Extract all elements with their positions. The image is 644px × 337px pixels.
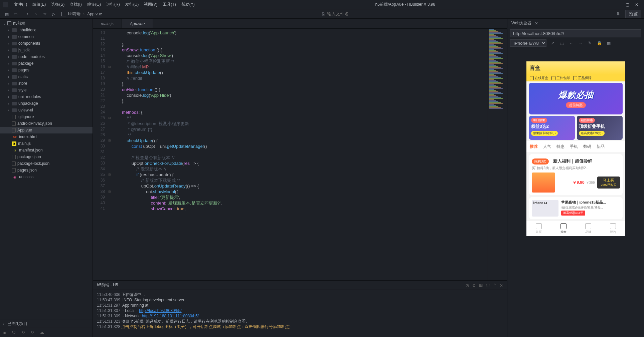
menu-item[interactable]: 视图(V) [141,2,160,7]
tree-folder[interactable]: ›pages [0,67,93,73]
file-search-input[interactable] [327,11,394,16]
maximize-button[interactable]: ▢ [623,2,632,7]
menu-item[interactable]: 编辑(E) [30,2,48,7]
tree-file[interactable]: .gitignore [0,113,93,120]
tool-icon-1[interactable]: ▤ [3,10,11,18]
nav-forward-icon[interactable]: › [32,10,40,18]
run-icon[interactable]: ▷ [49,10,57,18]
preview-icon-2[interactable]: ⬚ [558,40,565,46]
preview-lock-icon[interactable]: 🔒 [596,40,603,46]
promo-card-2[interactable]: 超值特惠 顶级折叠手机 最高优惠479元 › [577,116,623,140]
phone-banner[interactable]: 爆款必抽 超值特惠 [529,83,623,114]
bug-icon[interactable]: ⬡ [12,330,17,335]
category-tab[interactable]: 数码 [583,144,591,149]
close-button[interactable]: ✕ [632,2,641,7]
closed-projects[interactable]: › 已关闭项目 [0,320,93,328]
tree-file[interactable]: <>index.html [0,133,93,140]
file-name: main.js [18,141,31,146]
menu-item[interactable]: 选择(S) [48,2,67,7]
star-icon[interactable]: ☆ [41,10,49,18]
editor-tab[interactable]: App.vue [122,19,153,28]
tree-folder[interactable]: ›js_sdk [0,47,93,53]
tree-folder[interactable]: ›components [0,40,93,47]
buy-button[interactable]: 马上买 2597已购买 [597,177,620,189]
category-tab[interactable]: 手机 [570,144,578,149]
preview-close-icon[interactable]: ✕ [535,21,538,26]
preview-forward-icon[interactable]: → [577,40,584,46]
editor-body[interactable]: 1011121314151617181920212223242526272829… [93,29,507,280]
console-icon-3[interactable]: ▦ [479,283,483,288]
tree-folder[interactable]: ›store [0,80,93,87]
preview-qr-icon[interactable]: ▦ [605,40,612,46]
console-icon-1[interactable]: ◷ [466,283,469,288]
breadcrumb-project[interactable]: h5前端 [68,11,80,17]
tree-file[interactable]: package.json [0,153,93,160]
tree-folder[interactable]: ›uview-ui [0,107,93,113]
preview-refresh-icon[interactable]: ↻ [587,40,593,46]
console-link[interactable]: http://localhost:8080/h5/ [139,308,181,313]
tree-file[interactable]: ▣main.js [0,140,93,147]
editor-tab[interactable]: main.js [93,19,122,28]
category-tab[interactable]: 推荐 [530,144,538,149]
menu-item[interactable]: 运行(R) [104,2,123,7]
menu-item[interactable]: 文件(F) [11,2,30,7]
tree-file[interactable]: package-lock.json [0,160,93,167]
tree-folder[interactable]: ›uni_modules [0,93,93,100]
tree-folder[interactable]: ›static [0,73,93,80]
menu-item[interactable]: 查找(I) [67,2,84,7]
console-collapse-icon[interactable]: ⌃ [493,283,496,288]
nav-item[interactable]: 我的 [601,221,625,236]
sync-icon[interactable]: ⟲ [21,330,27,335]
console-line: 11:50:47.399 INFO Starting development s… [97,297,503,303]
tree-folder[interactable]: ›unpackage [0,100,93,107]
preview-url-input[interactable] [510,29,641,37]
minimize-button[interactable]: — [613,2,623,7]
phone-frame[interactable]: 盲盒 在线开盒三件包邮正品保障 爆款必抽 超值特惠 每日限量 权益3选2 限量抽… [526,61,625,236]
tree-file[interactable]: ◉uni.scss [0,174,93,180]
category-tab[interactable]: 新品 [597,144,605,149]
nav-back-icon[interactable]: ‹ [23,10,31,18]
fold-column[interactable]: ⊟⊟⊟⊟⊟ [107,29,112,280]
device-select[interactable]: iPhone 6/7/8 [510,39,546,47]
tool-icon-2[interactable]: ▭ [11,10,19,18]
tree-file[interactable]: androidPrivacy.json [0,120,93,127]
console-output[interactable]: 11:50:40.606 正在编译中...11:50:47.399 INFO S… [93,290,507,337]
tree-folder[interactable]: ›style [0,87,93,93]
refresh-icon[interactable]: ↻ [31,330,36,335]
preview-button[interactable]: 预览 [625,10,641,18]
breadcrumb-file[interactable]: App.vue [87,12,102,16]
tree-file[interactable]: pages.json [0,167,93,174]
code-content[interactable]: console.log('App Launch') }, onShow: fun… [112,29,487,280]
console-icon-2[interactable]: ⊘ [472,283,476,288]
filter-icon[interactable]: ⇅ [614,10,622,18]
tree-file[interactable]: {}manifest.json [0,147,93,153]
console-link[interactable]: http://192.168.101.111:8080/h5/ [142,314,199,318]
line-gutter[interactable]: 1011121314151617181920212223242526272829… [93,29,107,280]
menu-item[interactable]: 跳转(G) [85,2,104,7]
preview-back-icon[interactable]: ← [568,40,575,46]
tree-folder[interactable]: ›node_modules [0,53,93,60]
minimap[interactable] [487,29,507,280]
terminal-icon[interactable]: ▣ [3,330,8,335]
product-card-2[interactable]: iPhone 14 苹果豪物｜iphone15新品... 每5发保底必出传说/欧… [529,197,623,219]
promo-card-1[interactable]: 每日限量 权益3选2 限量抽卡等好礼 › [529,116,575,140]
menu-item[interactable]: 工具(T) [160,2,178,7]
nav-item[interactable]: 抽盒 [551,221,576,236]
menu-item[interactable]: 发行(U) [123,2,142,7]
tree-file[interactable]: App.vue [0,127,93,133]
tree-folder[interactable]: ›.hbuilderx [0,27,93,33]
cloud-icon[interactable]: ☁ [40,330,45,335]
tree-folder[interactable]: ›common [0,33,93,40]
tree-project-root[interactable]: ⌄ h5前端 [0,20,93,27]
console-close-icon[interactable]: ⨯ [500,283,503,288]
preview-icon-1[interactable]: ↗ [549,40,556,46]
category-tab[interactable]: 特惠 [556,144,565,149]
tree-folder[interactable]: ›package [0,60,93,67]
file-icon [12,121,16,126]
console-icon-4[interactable]: ⬚ [486,283,490,288]
product-card-1[interactable]: 限购3次 新人福利｜超值尝鲜 买1抽得2抽，新人限定福利买1抽得2... ￥9.… [529,154,623,195]
menu-item[interactable]: 帮助(Y) [179,2,197,7]
nav-item[interactable]: 品牌 [576,221,601,236]
category-tab[interactable]: 人气 [543,144,551,149]
nav-item[interactable]: 首页 [526,221,551,236]
